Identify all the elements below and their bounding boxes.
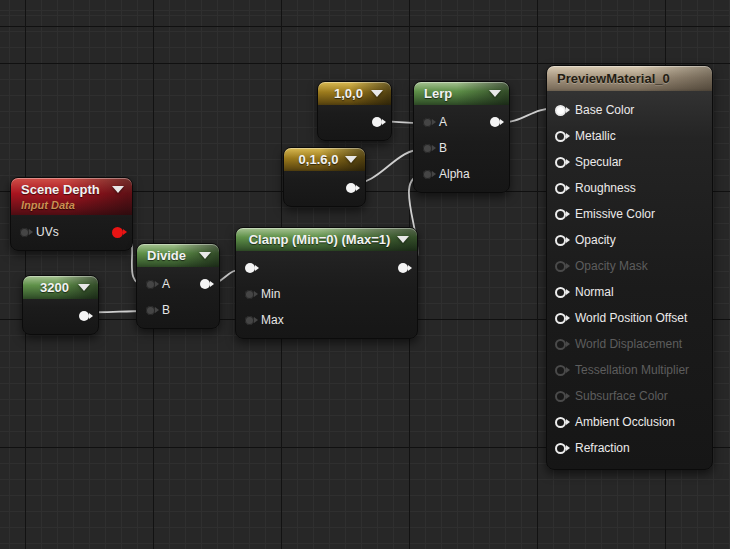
node-header[interactable]: 0,1.6,0 [284,148,365,171]
material-pin-row[interactable]: Roughness [547,175,712,201]
pin-label: Alpha [439,167,470,181]
input-pin-a[interactable] [146,280,155,289]
node-title: 1,0,0 [328,85,369,102]
node-header[interactable]: Scene Depth Input Data [11,178,132,215]
pin-label: World Displacement [575,337,682,351]
pin-label: Specular [575,155,622,169]
output-pin[interactable] [79,311,89,321]
pin-label: Opacity [575,233,616,247]
pin-label: Roughness [575,181,636,195]
node-header[interactable]: PreviewMaterial_0 [547,66,712,91]
pin-label: Normal [575,285,614,299]
dropdown-arrow-icon[interactable] [78,284,90,291]
material-graph-canvas[interactable]: Scene Depth Input Data UVs 3200 [0,0,730,549]
output-pin[interactable] [112,227,123,238]
pin-label: Base Color [575,103,634,117]
pin-label: B [439,141,447,155]
node-title: Divide [147,247,195,264]
input-pin-refraction[interactable] [555,443,566,454]
input-pin-opacity-mask [555,261,566,272]
input-pin-uvs[interactable] [20,228,29,237]
pin-label: Ambient Occlusion [575,415,675,429]
pin-label: Opacity Mask [575,259,648,273]
node-scene-depth[interactable]: Scene Depth Input Data UVs [10,177,133,251]
node-constant-100[interactable]: 1,0,0 [317,81,392,141]
material-pin-row[interactable]: Ambient Occlusion [547,409,712,435]
pin-label: B [162,303,170,317]
node-preview-material[interactable]: PreviewMaterial_0 Base Color Metallic Sp… [546,65,713,470]
input-pin-max[interactable] [245,316,254,325]
input-pin-alpha[interactable] [423,170,432,179]
pin-label: Emissive Color [575,207,655,221]
input-pin-specular[interactable] [555,157,566,168]
material-pin-row[interactable]: Opacity [547,227,712,253]
input-pin-world-displacement [555,339,566,350]
pin-label: World Position Offset [575,311,687,325]
output-pin[interactable] [398,263,408,273]
dropdown-arrow-icon[interactable] [397,236,409,243]
input-pin-metallic[interactable] [555,131,566,142]
input-pin-a[interactable] [423,118,432,127]
dropdown-arrow-icon[interactable] [112,186,124,193]
node-constant-3200[interactable]: 3200 [22,275,99,335]
pin-label: A [439,115,447,129]
node-title: 3200 [33,279,76,296]
input-pin-ambient-occlusion[interactable] [555,417,566,428]
input-pin-base-color[interactable] [555,105,566,116]
input-pin-emissive-color[interactable] [555,209,566,220]
node-header[interactable]: Clamp (Min=0) (Max=1) [236,228,417,251]
output-pin[interactable] [372,117,382,127]
material-pin-row: World Displacement [547,331,712,357]
output-pin[interactable] [346,183,356,193]
input-pin-b[interactable] [146,306,155,315]
node-lerp[interactable]: Lerp A B Alpha [413,81,510,193]
material-pin-row[interactable]: Base Color [547,97,712,123]
node-header[interactable]: 1,0,0 [318,82,391,105]
node-header[interactable]: Lerp [414,82,509,105]
output-pin[interactable] [490,117,500,127]
node-title: Scene Depth [21,181,108,198]
input-pin-min[interactable] [245,290,254,299]
pin-label: UVs [36,225,59,239]
material-pin-row[interactable]: Specular [547,149,712,175]
node-header[interactable]: Divide [137,244,219,267]
node-title: Clamp (Min=0) (Max=1) [246,231,393,248]
pin-label: Tessellation Multiplier [575,363,689,377]
dropdown-arrow-icon[interactable] [199,252,211,259]
material-pin-row[interactable]: Normal [547,279,712,305]
pin-label: Min [261,287,280,301]
node-title: 0,1.6,0 [294,151,343,168]
output-pin[interactable] [200,279,210,289]
input-pin-subsurface-color [555,391,566,402]
material-pin-row[interactable]: Metallic [547,123,712,149]
pin-label: A [162,277,170,291]
material-pin-row[interactable]: Refraction [547,435,712,461]
pin-label: Metallic [575,129,616,143]
node-title: PreviewMaterial_0 [557,70,702,87]
material-pin-row[interactable]: World Position Offset [547,305,712,331]
input-pin-world-position-offset[interactable] [555,313,566,324]
node-subtitle: Input Data [21,198,108,212]
dropdown-arrow-icon[interactable] [489,90,501,97]
input-pin-tessellation-multiplier [555,365,566,376]
input-pin-value[interactable] [245,263,255,273]
dropdown-arrow-icon[interactable] [345,156,357,163]
input-pin-b[interactable] [423,144,432,153]
pin-label: Max [261,313,284,327]
input-pin-opacity[interactable] [555,235,566,246]
pin-label: Refraction [575,441,630,455]
dropdown-arrow-icon[interactable] [371,90,383,97]
node-title: Lerp [424,85,485,102]
pin-label: Subsurface Color [575,389,668,403]
material-pin-row: Tessellation Multiplier [547,357,712,383]
node-divide[interactable]: Divide A B [136,243,220,329]
material-pin-row: Opacity Mask [547,253,712,279]
node-constant-0160[interactable]: 0,1.6,0 [283,147,366,207]
material-pin-row[interactable]: Emissive Color [547,201,712,227]
input-pin-roughness[interactable] [555,183,566,194]
input-pin-normal[interactable] [555,287,566,298]
node-header[interactable]: 3200 [23,276,98,299]
material-pin-row: Subsurface Color [547,383,712,409]
node-clamp[interactable]: Clamp (Min=0) (Max=1) Min Max [235,227,418,339]
